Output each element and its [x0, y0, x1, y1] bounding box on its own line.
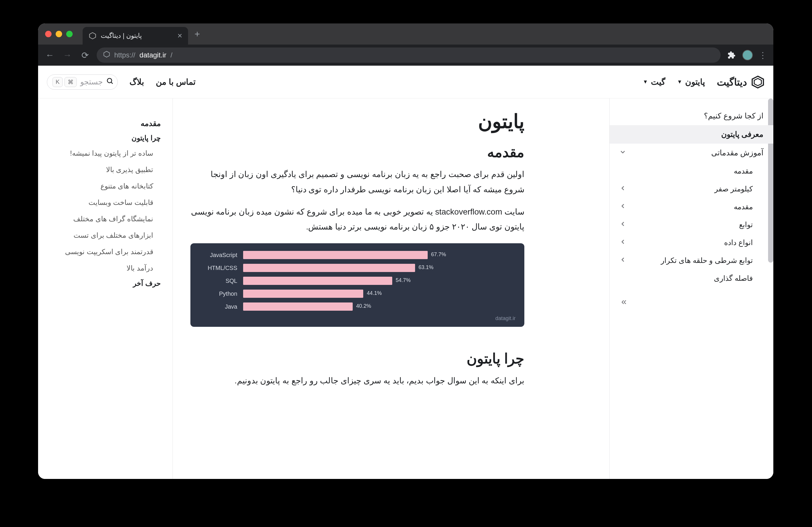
toc-item-9[interactable]: درآمد بالا — [50, 260, 161, 276]
chart-series-label: Python — [199, 290, 237, 297]
chart-bar-track: 44.1% — [243, 289, 516, 298]
browser-window: پایتون | دیتاگیت × + ← → ⟳ https://datag… — [38, 24, 773, 479]
sidebar-item-label: معرفی پایتون — [721, 130, 763, 139]
sidebar-item-3[interactable]: مقدمه — [610, 162, 773, 180]
url-path: / — [171, 51, 173, 59]
why-paragraph-1: برای اینکه به این سوال جواب بدیم، باید ی… — [190, 373, 524, 388]
nav-python[interactable]: پایتون ▼ — [677, 77, 705, 87]
nav-git[interactable]: گیت ▼ — [643, 77, 665, 87]
maximize-window-button[interactable] — [66, 31, 73, 37]
titlebar: پایتون | دیتاگیت × + — [38, 24, 773, 45]
sidebar-item-6[interactable]: توابع — [610, 216, 773, 233]
back-button[interactable]: ← — [44, 50, 56, 60]
nav-git-label: گیت — [651, 77, 665, 87]
browser-menu-button[interactable]: ⋮ — [759, 51, 767, 60]
chart-bar — [243, 264, 415, 272]
sidebar-item-label: توابع — [739, 220, 753, 229]
section-intro-heading: مقدمه — [190, 144, 524, 160]
site-info-icon[interactable] — [103, 51, 110, 59]
close-window-button[interactable] — [45, 31, 52, 37]
chart-bar-track: 54.7% — [243, 277, 516, 285]
kbd-k: K — [53, 77, 63, 87]
chart-value-label: 54.7% — [396, 277, 411, 283]
toc-item-5[interactable]: قابلیت ساخت وبسایت — [50, 194, 161, 211]
content-row: از کجا شروع کنیم؟معرفی پایتونآموزش مقدما… — [38, 99, 773, 479]
nav-contact[interactable]: تماس با من — [156, 77, 196, 87]
search-icon — [106, 77, 114, 87]
nav-blog[interactable]: بلاگ — [129, 77, 144, 87]
svg-line-5 — [111, 82, 113, 84]
toc-item-0[interactable]: مقدمه — [50, 116, 161, 131]
chart-row-2: SQL54.7% — [199, 277, 516, 285]
sidebar-item-label: مقدمه — [734, 202, 753, 211]
address-bar[interactable]: https://datagit.ir/ — [97, 47, 721, 63]
toc-item-4[interactable]: کتابخانه های متنوع — [50, 178, 161, 194]
new-tab-button[interactable]: + — [194, 29, 200, 40]
toc-item-3[interactable]: تطبیق پذیری بالا — [50, 161, 161, 178]
sidebar-item-5[interactable]: مقدمه — [610, 198, 773, 216]
kbd-cmd: ⌘ — [64, 77, 77, 87]
chart-series-label: SQL — [199, 277, 237, 284]
brand[interactable]: دیتاگیت — [717, 75, 765, 89]
chart-series-label: HTML/CSS — [199, 265, 237, 271]
article-main: پایتون مقدمه اولین قدم برای صحبت راجع به… — [173, 99, 609, 479]
chart-row-0: JavaScript67.7% — [199, 251, 516, 259]
toc-item-1[interactable]: چرا پایتون — [50, 131, 161, 145]
sidebar-item-7[interactable]: انواع داده — [610, 233, 773, 252]
forward-button[interactable]: → — [61, 50, 73, 60]
tab-title: پایتون | دیتاگیت — [101, 32, 142, 40]
toc-item-6[interactable]: نمایشگاه گراف های مختلف — [50, 211, 161, 227]
extensions-icon[interactable] — [726, 50, 736, 60]
toc-item-8[interactable]: قدرتمند برای اسکریپت نویسی — [50, 244, 161, 260]
doc-sidebar: از کجا شروع کنیم؟معرفی پایتونآموزش مقدما… — [609, 99, 773, 479]
chart-value-label: 63.1% — [419, 265, 434, 271]
sidebar-collapse-button[interactable]: » — [610, 287, 773, 316]
sidebar-item-1[interactable]: معرفی پایتون — [610, 125, 773, 144]
chart-bar — [243, 277, 392, 285]
brand-name: دیتاگیت — [717, 76, 747, 88]
page-viewport: دیتاگیت پایتون ▼ گیت ▼ تماس با من بلاگ — [38, 66, 773, 479]
browser-tab[interactable]: پایتون | دیتاگیت × — [83, 27, 188, 45]
svg-marker-0 — [90, 32, 96, 39]
nav-blog-label: بلاگ — [129, 77, 144, 87]
sidebar-item-4[interactable]: کیلومتر صفر — [610, 180, 773, 198]
sidebar-item-8[interactable]: توابع شرطی و حلقه های تکرار — [610, 252, 773, 269]
tab-close-button[interactable]: × — [177, 31, 182, 41]
toc-item-2[interactable]: ساده تر از پایتون پیدا نمیشه! — [50, 145, 161, 161]
search-box[interactable]: جستجو ⌘ K — [47, 74, 118, 90]
chevron-down-icon — [620, 149, 626, 157]
tab-favicon — [88, 32, 97, 40]
caret-down-icon: ▼ — [643, 79, 648, 85]
chevron-left-icon — [620, 221, 626, 229]
svg-marker-1 — [104, 51, 109, 57]
chevrons-icon: » — [621, 296, 627, 307]
profile-avatar[interactable] — [742, 50, 753, 60]
sidebar-item-2[interactable]: آموزش مقدماتی — [610, 144, 773, 162]
sidebar-item-0[interactable]: از کجا شروع کنیم؟ — [610, 107, 773, 125]
chart-bar-track: 67.7% — [243, 251, 516, 259]
toc-item-7[interactable]: ابزارهای مختلف برای تست — [50, 227, 161, 244]
section-why-heading: چرا پایتون — [190, 350, 524, 367]
chart-bar-track: 63.1% — [243, 264, 516, 272]
chart-series-label: Java — [199, 303, 237, 310]
url-toolbar: ← → ⟳ https://datagit.ir/ ⋮ — [38, 45, 773, 66]
page-title: پایتون — [190, 110, 524, 133]
chart-bar — [243, 289, 363, 298]
url-scheme: https:// — [114, 51, 135, 59]
chart-series-label: JavaScript — [199, 252, 237, 258]
intro-paragraph-2: سایت stackoverflow.com یه تصویر خوبی به … — [190, 204, 524, 235]
chart-value-label: 44.1% — [367, 290, 382, 296]
toc-item-10[interactable]: حرف آخر — [50, 276, 161, 290]
chart-row-1: HTML/CSS63.1% — [199, 264, 516, 272]
minimize-window-button[interactable] — [56, 31, 62, 37]
chevron-left-icon — [620, 185, 626, 193]
search-shortcut: ⌘ K — [53, 77, 77, 87]
nav-contact-label: تماس با من — [156, 77, 196, 87]
sidebar-item-9[interactable]: فاصله گذاری — [610, 269, 773, 287]
reload-button[interactable]: ⟳ — [79, 50, 91, 60]
chart-bar-track: 40.2% — [243, 302, 516, 311]
chart-bar — [243, 251, 428, 259]
url-domain: datagit.ir — [140, 51, 166, 59]
sidebar-item-label: مقدمه — [734, 167, 753, 175]
chart-watermark: datagit.ir — [199, 315, 516, 322]
